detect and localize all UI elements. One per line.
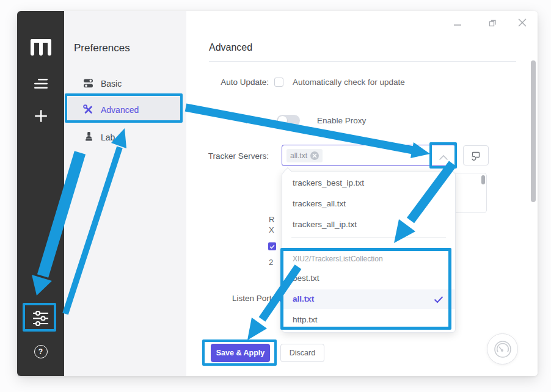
help-glyph: ? [38, 347, 43, 356]
speedometer-icon [493, 339, 513, 359]
discard-button[interactable]: Discard [280, 344, 324, 362]
annotation-box-save [202, 339, 277, 366]
proxy-toggle[interactable] [277, 115, 300, 126]
proxy-label: Proxy: [183, 116, 269, 125]
speed-limit-button[interactable] [487, 333, 518, 365]
auto-update-label: Auto Update: [183, 78, 269, 87]
tracker-servers-label: Tracker Servers: [183, 151, 269, 161]
restore-button[interactable] [488, 18, 498, 30]
proxy-toggle-knob [278, 116, 287, 125]
annotation-box-chevron [429, 142, 457, 169]
textarea-scrollbar[interactable] [481, 175, 485, 184]
add-task-icon[interactable] [17, 109, 64, 123]
selected-tag: all.txt [286, 149, 323, 162]
dropdown-divider [291, 238, 446, 238]
dropdown-option[interactable]: trackers_all.txt [293, 199, 346, 208]
obscured-text-fragment: X [269, 225, 274, 234]
page-title: Advanced [209, 42, 252, 53]
screenshot-stage: ? Preferences Basic Advanced Lab Advance… [0, 0, 551, 392]
task-list-icon[interactable] [17, 77, 64, 90]
annotation-box-advanced [65, 93, 183, 123]
obscured-text-fragment: R [269, 215, 274, 224]
sidebar-item-lab[interactable]: Lab [101, 132, 115, 142]
title-divider [209, 61, 516, 62]
listen-ports-label: Listen Ports: [192, 294, 278, 303]
basic-icon [84, 79, 93, 90]
lab-icon [84, 132, 93, 144]
sidebar-item-basic[interactable]: Basic [101, 79, 122, 89]
obscured-text-fragment: 2 [269, 258, 273, 267]
close-button[interactable] [517, 18, 527, 30]
annotation-box-group [280, 248, 451, 330]
obscured-checkbox-checked[interactable] [268, 242, 276, 250]
tag-close-icon[interactable] [310, 151, 319, 160]
annotation-box-settings [23, 303, 56, 332]
sync-trackers-button[interactable] [463, 145, 489, 165]
motrix-logo-icon [17, 38, 64, 56]
preferences-title: Preferences [74, 42, 130, 54]
auto-update-checkbox[interactable] [274, 78, 283, 87]
minimize-button[interactable] [453, 20, 462, 31]
auto-update-checkbox-label[interactable]: Automatically check for update [293, 78, 405, 87]
selected-tag-label: all.txt [290, 151, 307, 160]
content-scrollbar[interactable] [531, 60, 536, 202]
preferences-nav-panel [64, 11, 186, 376]
help-icon[interactable]: ? [17, 344, 64, 359]
proxy-toggle-label: Enable Proxy [317, 116, 366, 125]
dropdown-option[interactable]: trackers_best_ip.txt [293, 178, 364, 187]
dropdown-option[interactable]: trackers_all_ip.txt [293, 220, 357, 229]
